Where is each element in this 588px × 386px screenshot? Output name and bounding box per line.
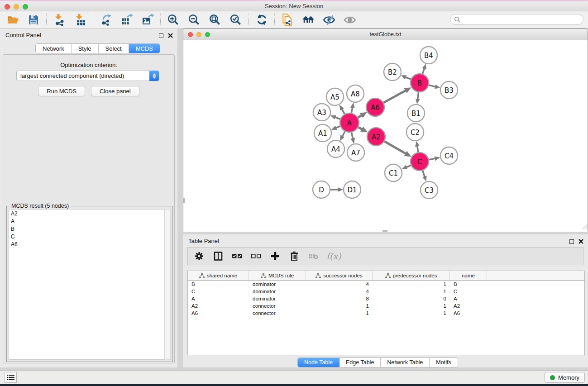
network-canvas[interactable]: AA1A2A3A4A5A6A7A8BB1B2B3B4CC1C2C3C4DD1 (183, 40, 588, 232)
canvas-handle-left[interactable] (183, 198, 185, 203)
graph-edge-C-C4[interactable] (429, 158, 435, 160)
table-row[interactable]: A6 connector 1 1 A6 (188, 310, 584, 317)
zoom-out-icon[interactable] (188, 14, 201, 26)
show-columns-icon[interactable] (212, 250, 224, 262)
graph-node-D1[interactable]: D1 (344, 181, 361, 198)
graph-node-A2[interactable]: A2 (367, 128, 385, 146)
graph-edge-A-A2[interactable] (358, 127, 362, 129)
float-table-panel-icon[interactable] (569, 239, 574, 244)
graph-edge-B-B3[interactable] (429, 85, 435, 87)
column-header-name[interactable]: name (450, 271, 487, 280)
graph-node-A8[interactable]: A8 (347, 85, 364, 102)
memory-button[interactable]: Memory (545, 372, 585, 383)
graph-node-C1[interactable]: C1 (385, 164, 402, 181)
table-row[interactable]: A2 connector 1 1 A2 (188, 302, 584, 310)
graph-edge-B-B1[interactable] (418, 92, 419, 99)
tab-node-table[interactable]: Node Table (298, 358, 339, 367)
column-header-shared-name[interactable]: shared name (188, 271, 249, 280)
zoom-selected-icon[interactable] (229, 14, 242, 26)
export-image-icon[interactable] (141, 14, 154, 26)
save-session-icon[interactable] (27, 14, 40, 26)
list-item[interactable]: A6 (9, 240, 165, 248)
list-item[interactable]: B (9, 225, 165, 233)
resize-grip-icon[interactable] (581, 223, 587, 231)
result-scrollbar[interactable] (164, 209, 171, 360)
column-header-mcds-role[interactable]: MCDS role (249, 271, 306, 280)
close-panel-button[interactable]: Close panel (91, 86, 139, 96)
graph-node-A6[interactable]: A6 (366, 98, 384, 116)
export-table-icon[interactable] (120, 14, 133, 26)
import-table-icon[interactable] (74, 14, 86, 26)
graph-node-C4[interactable]: C4 (440, 147, 458, 164)
graph-node-A[interactable]: A (340, 113, 359, 132)
tab-motifs[interactable]: Motifs (430, 358, 457, 367)
tab-select[interactable]: Select (99, 44, 129, 53)
graph-node-B[interactable]: B (411, 74, 429, 92)
add-column-icon[interactable] (269, 250, 281, 262)
graph-node-A3[interactable]: A3 (313, 104, 330, 121)
open-session-icon[interactable] (6, 14, 19, 26)
close-table-panel-icon[interactable] (578, 238, 583, 246)
settings-gear-icon[interactable] (193, 250, 205, 262)
copy-network-icon[interactable] (281, 14, 294, 26)
graph-node-B4[interactable]: B4 (420, 47, 437, 64)
graph-edge-A-A7[interactable] (352, 133, 353, 139)
graph-node-D[interactable]: D (313, 181, 330, 198)
svg-text:B3: B3 (445, 86, 454, 95)
import-network-icon[interactable] (53, 14, 66, 26)
tab-mcds[interactable]: MCDS (129, 44, 160, 53)
table-row[interactable]: B dominator 4 1 B (188, 281, 584, 288)
list-item[interactable]: A2 (9, 210, 165, 217)
column-header-predecessor-nodes[interactable]: predecessor nodes (373, 271, 450, 280)
graph-edge-A-A5[interactable] (342, 109, 344, 114)
float-panel-icon[interactable] (159, 33, 163, 38)
graph-node-C3[interactable]: C3 (421, 181, 438, 199)
graph-edge-B-B2[interactable] (406, 77, 411, 80)
graph-node-A4[interactable]: A4 (327, 140, 344, 157)
refresh-icon[interactable] (255, 14, 268, 26)
task-history-button[interactable] (5, 372, 17, 383)
column-header-successor-nodes[interactable]: successor nodes (306, 271, 373, 280)
table-row[interactable]: A dominator 8 0 A (188, 295, 584, 302)
graph-edge-A-A3[interactable] (335, 117, 340, 119)
graph-node-A5[interactable]: A5 (326, 88, 344, 105)
tab-network[interactable]: Network (36, 44, 72, 53)
list-item[interactable]: A (9, 217, 165, 225)
graph-edge-A-A1[interactable] (336, 126, 340, 128)
graph-edge-A-A6[interactable] (358, 115, 362, 118)
graph-node-B2[interactable]: B2 (384, 63, 401, 81)
graph-edge-C-C1[interactable] (406, 165, 411, 167)
graph-edge-A6-B[interactable] (383, 91, 406, 103)
graph-edge-A-A8[interactable] (351, 107, 352, 113)
graph-edge-C-C2[interactable] (417, 146, 418, 152)
select-all-columns-icon[interactable] (231, 250, 243, 262)
graph-edge-A2-C[interactable] (384, 141, 406, 153)
graph-node-B3[interactable]: B3 (440, 81, 458, 99)
run-mcds-button[interactable]: Run MCDS (38, 86, 85, 96)
graph-edge-A-A4[interactable] (342, 132, 345, 137)
close-panel-icon[interactable] (168, 32, 173, 40)
deselect-all-columns-icon[interactable] (250, 250, 262, 262)
canvas-handle-bottom[interactable] (382, 230, 387, 232)
export-network-icon[interactable] (100, 14, 112, 26)
search-input[interactable] (450, 14, 583, 25)
graph-edge-B-B4[interactable] (423, 68, 425, 74)
zoom-fit-icon[interactable] (209, 14, 221, 26)
graph-node-A7[interactable]: A7 (347, 144, 364, 161)
graph-node-B1[interactable]: B1 (407, 105, 425, 122)
show-hide-graphics-icon[interactable] (323, 14, 335, 26)
graph-node-A1[interactable]: A1 (314, 124, 331, 142)
graph-edge-C-C3[interactable] (423, 171, 425, 177)
preview-eye-icon[interactable] (344, 14, 356, 26)
delete-column-icon[interactable] (288, 250, 300, 262)
tab-edge-table[interactable]: Edge Table (339, 358, 381, 367)
list-item[interactable]: C (9, 233, 165, 240)
tab-style[interactable]: Style (72, 44, 99, 53)
home-icon[interactable] (302, 14, 315, 26)
optimization-criterion-dropdown[interactable]: largest connected component (directed) (16, 71, 159, 81)
table-row[interactable]: C dominator 4 1 C (188, 288, 584, 295)
graph-node-C[interactable]: C (411, 152, 429, 171)
graph-node-C2[interactable]: C2 (406, 124, 424, 141)
zoom-in-icon[interactable] (167, 14, 180, 26)
tab-network-table[interactable]: Network Table (381, 358, 430, 367)
